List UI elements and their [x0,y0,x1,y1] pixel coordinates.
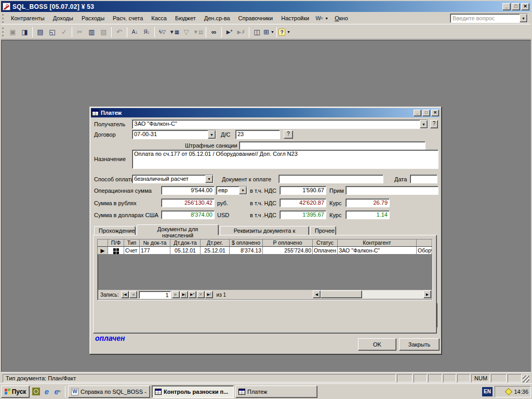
tab-prohozhdenie[interactable]: Прохождение [94,226,136,235]
currency-combobox[interactable]: евр ▼ [216,186,247,195]
task-spravka-sql-boss[interactable]: W Справка по SQL_BOSS -... [68,385,150,398]
print-icon[interactable]: ▤ [34,26,46,38]
purpose-field[interactable]: Оплата по сч.177 от 05.12.01 / Оборудова… [132,150,438,169]
penalty-field[interactable] [239,141,425,150]
menu-spravochniki[interactable]: Справочники [234,14,277,23]
menu-den-sredstva[interactable]: Ден.ср-ва [200,14,234,23]
task-kontrol-raznoski[interactable]: Контроль разноски п... [152,385,234,398]
find-file-icon[interactable]: ◨ [19,26,31,38]
note-field[interactable] [345,186,438,195]
usd-vat-field[interactable]: 1'395.67 [280,210,326,219]
combo-arrow-icon[interactable]: ▼ [520,14,527,22]
menu-kassa[interactable]: Касса [147,14,171,23]
menu-dohody[interactable]: Доходы [49,14,77,23]
filter-by-form-icon[interactable]: ▼▦ [168,26,180,38]
find-icon[interactable]: ∞ [208,26,220,38]
new-record-icon[interactable]: ▶* [223,26,235,38]
ds-help-button[interactable]: ? [284,130,293,139]
cut-icon[interactable]: ✂ [74,26,86,38]
first-record-button[interactable]: |◀ [121,291,129,298]
filter-by-selection-icon[interactable]: ϟ▽ [156,26,168,38]
toolbar-drag-handle[interactable] [2,28,5,36]
usd-rate-field[interactable]: 1.14 [345,210,390,219]
print-preview-icon[interactable]: ◱ [46,26,58,38]
maximize-icon[interactable]: □ [512,3,520,10]
combo-arrow-icon[interactable]: ▼ [420,120,428,128]
close-icon[interactable]: ✕ [521,3,529,10]
menu-rashody[interactable]: Расходы [77,14,109,23]
previous-record-button[interactable]: ◀ [129,291,137,298]
ok-button[interactable]: OK [358,338,396,351]
close-button[interactable]: Закрыть [399,338,440,351]
tab-prochee[interactable]: Прочее [310,226,336,235]
recipient-help-button[interactable]: ? [430,120,438,128]
recipient-combobox[interactable]: ЗАО "Фалкон-С" ▼ [132,119,428,129]
tray-app-icon[interactable] [505,388,512,395]
filter-icon[interactable]: ▽ [180,26,192,38]
scroll-left-icon[interactable]: ◀ [313,290,321,298]
save-icon[interactable]: ▣ [7,26,19,38]
combo-arrow-icon[interactable]: ▼ [239,187,247,194]
combo-arrow-icon[interactable]: ▼ [208,130,216,139]
column-header-pf[interactable]: П/Ф [108,240,124,247]
task-platezh[interactable]: Платеж [235,385,317,398]
column-header-doc-date[interactable]: Дт.док-та [170,240,201,247]
mail-merge-menu-button[interactable]: W✉ ▼ [313,14,330,22]
spelling-icon[interactable]: ✓ [58,26,70,38]
new-record-button[interactable]: ▶* [189,291,196,298]
tab-dokumenty-dlya-nachisleniy[interactable]: Документы для начислений [137,224,219,235]
table-row[interactable]: ▶ Счет 177 05.12.01 25.12.01 8'374.13 25… [98,247,432,255]
minimize-icon[interactable]: _ [502,3,511,10]
new-object-icon[interactable]: ⊞▼ [263,26,275,38]
dialog-close-icon[interactable]: ✕ [431,110,439,116]
cancel-record-button[interactable]: ✖ [197,291,205,298]
quick-launch-clock-icon[interactable] [31,387,41,396]
record-number-field[interactable]: 1 [139,291,171,299]
column-header-type[interactable]: Тип [124,240,140,247]
column-header-contractor[interactable]: Контрагент [338,240,417,247]
contract-combobox[interactable]: 07-00-31 ▼ [132,130,216,139]
help-icon[interactable]: ?▼ [278,26,290,38]
dialog-minimize-icon[interactable]: _ [414,110,421,116]
language-indicator[interactable]: EN [482,387,493,396]
undo-icon[interactable]: ↶ [113,26,125,38]
scrollbar-track[interactable] [362,290,423,298]
ruble-amount-field[interactable]: 256'130.42 [161,198,215,207]
last-record-button[interactable]: ▶| [180,291,188,298]
date-field[interactable] [410,175,437,183]
menu-nastroyki[interactable]: Настройки [277,14,313,23]
ruble-vat-field[interactable]: 42'620.87 [280,198,326,207]
outlook-express-icon[interactable]: e✉ [53,387,62,396]
operational-amount-field[interactable]: 9'544.00 [161,186,215,195]
copy-icon[interactable]: ▥ [86,26,98,38]
goto-record-button[interactable]: ▶! [205,291,213,298]
menu-rasch-scheta[interactable]: Расч. счета [109,14,147,23]
menu-kontragenty[interactable]: Контрагенты [7,14,49,23]
scrollbar-thumb[interactable] [321,290,362,298]
resize-grip[interactable] [523,376,529,382]
combo-arrow-icon[interactable]: ▼ [205,175,213,183]
ruble-rate-field[interactable]: 26.79 [345,198,390,207]
ask-question-combobox[interactable]: Введите вопрос ▼ [450,14,528,23]
horizontal-scrollbar[interactable]: ◀ ▶ [313,290,431,298]
column-header-reg-date[interactable]: Дт.рег. [201,240,230,247]
column-header-rub-paid[interactable]: Р оплачено [263,240,313,247]
menubar-drag-handle[interactable] [2,14,5,23]
sort-descending-icon[interactable]: Я↓ [141,26,153,38]
database-window-icon[interactable]: ◫ [251,26,263,38]
paste-icon[interactable]: ▧ [98,26,110,38]
ds-field[interactable]: 23 [235,130,280,139]
pay-doc-field[interactable] [278,175,383,183]
column-header-selector[interactable] [98,240,108,247]
tab-rekvizity-dokumenta[interactable]: Реквизиты документа к оплате [220,226,309,235]
usd-amount-field[interactable]: 8'374.00 [161,210,215,219]
scroll-right-icon[interactable]: ▶ [423,290,431,298]
column-header-usd-paid[interactable]: $ оплачено [230,240,263,247]
internet-explorer-icon[interactable]: e [42,387,51,396]
next-record-button[interactable]: ▶ [172,291,180,298]
pay-method-combobox[interactable]: безналичный расчет ▼ [132,175,214,183]
delete-record-icon[interactable]: ▶✗ [235,26,247,38]
menu-okno[interactable]: Окно [330,14,352,23]
apply-filter-icon[interactable]: ▼▤ [192,26,204,38]
column-header-status[interactable]: Статус [313,240,338,247]
